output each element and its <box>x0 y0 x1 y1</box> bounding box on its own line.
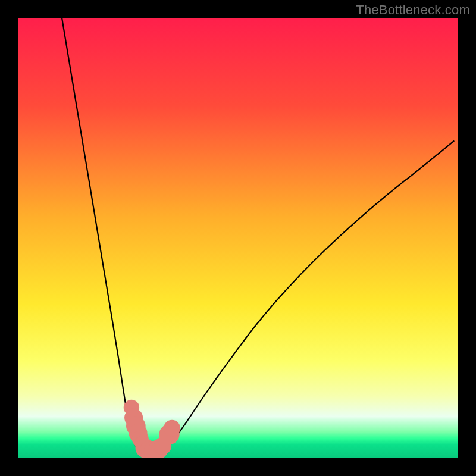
plot-area <box>18 18 458 458</box>
highlight-marker <box>164 420 180 437</box>
bottleneck-curve-chart <box>18 18 458 458</box>
chart-frame: TheBottleneck.com <box>0 0 476 476</box>
watermark-text: TheBottleneck.com <box>356 2 470 18</box>
gradient-background <box>18 18 458 458</box>
